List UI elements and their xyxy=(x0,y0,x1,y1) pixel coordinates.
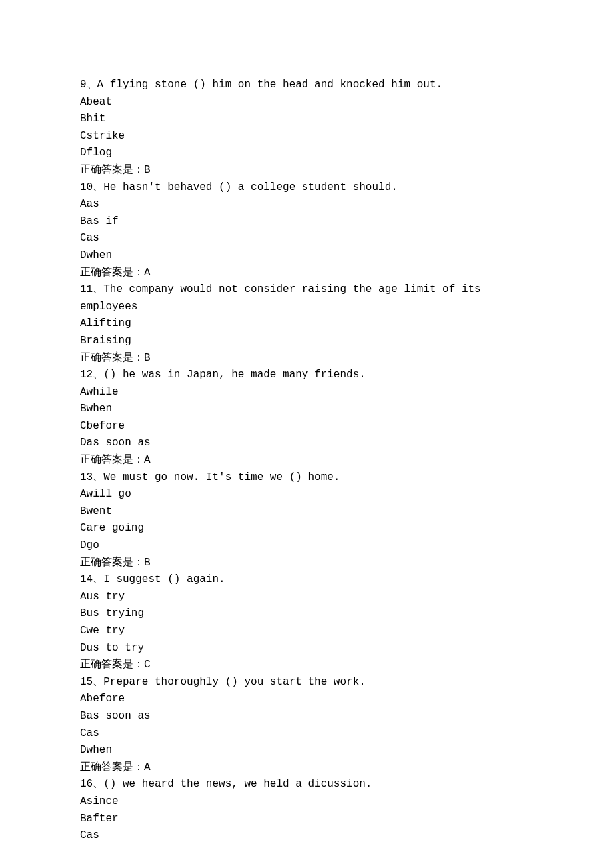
question-stem: 15、Prepare thoroughly () you start the w… xyxy=(80,674,533,691)
question-stem: 12、() he was in Japan, he made many frie… xyxy=(80,367,533,384)
question-option: Cas xyxy=(80,725,533,743)
document-page: 9、A flying stone () him on the head and … xyxy=(0,0,613,868)
question-option: Bas if xyxy=(80,213,533,231)
question-option: Awill go xyxy=(80,486,533,503)
question-option: Cbefore xyxy=(80,418,533,435)
question-stem: 11、The company would not consider raisin… xyxy=(80,281,533,315)
question-option: Bafter xyxy=(80,811,533,828)
question-option: Dwhen xyxy=(80,742,533,759)
question-option: Asince xyxy=(80,793,533,811)
question-option: Abefore xyxy=(80,691,533,708)
question-option: Dflog xyxy=(80,145,533,162)
question-option: Aas xyxy=(80,196,533,213)
question-option: Dus to try xyxy=(80,640,533,657)
question-option: Cwe try xyxy=(80,623,533,640)
question-option: Cas xyxy=(80,230,533,247)
question-option: Cstrike xyxy=(80,128,533,145)
question-option: Abeat xyxy=(80,94,533,111)
question-answer: 正确答案是：B xyxy=(80,350,533,367)
question-option: Bhit xyxy=(80,111,533,128)
question-option: Dgo xyxy=(80,537,533,555)
question-answer: 正确答案是：A xyxy=(80,759,533,777)
question-option: Cas xyxy=(80,827,533,845)
question-stem: 14、I suggest () again. xyxy=(80,571,533,589)
question-stem: 13、We must go now. It's time we () home. xyxy=(80,469,533,487)
question-option: Alifting xyxy=(80,315,533,333)
question-stem: 16、() we heard the news, we held a dicus… xyxy=(80,776,533,793)
question-option: Aus try xyxy=(80,589,533,606)
question-option: Bas soon as xyxy=(80,708,533,725)
question-answer: 正确答案是：B xyxy=(80,555,533,572)
question-option: Das soon as xyxy=(80,435,533,452)
question-answer: 正确答案是：C xyxy=(80,657,533,674)
question-option: Bwhen xyxy=(80,401,533,418)
question-answer: 正确答案是：B xyxy=(80,162,533,179)
question-stem: 9、A flying stone () him on the head and … xyxy=(80,77,533,94)
question-answer: 正确答案是：A xyxy=(80,265,533,282)
question-option: Bwent xyxy=(80,503,533,521)
question-option: Dwhen xyxy=(80,247,533,265)
question-option: Awhile xyxy=(80,384,533,401)
question-stem: 10、He hasn't behaved () a college studen… xyxy=(80,179,533,197)
question-answer: 正确答案是：A xyxy=(80,452,533,469)
question-option: Care going xyxy=(80,520,533,537)
question-option: Braising xyxy=(80,333,533,350)
question-option: Bus trying xyxy=(80,605,533,623)
